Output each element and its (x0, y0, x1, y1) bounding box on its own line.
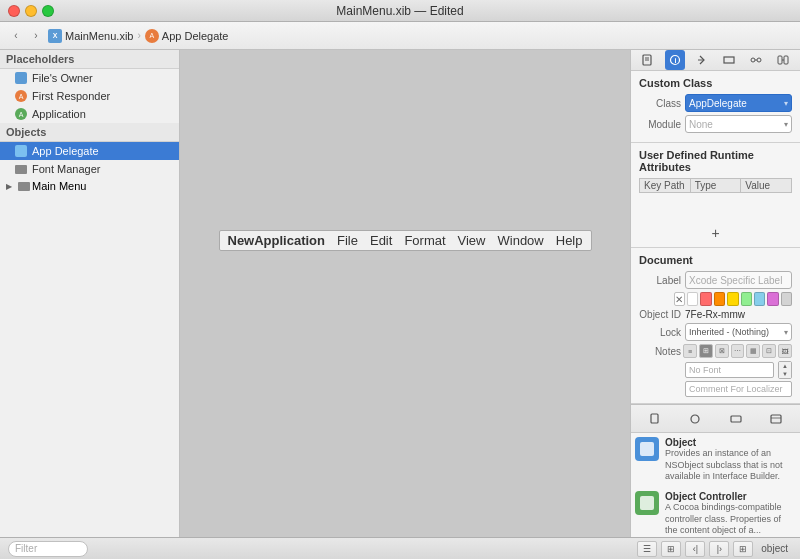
svg-rect-10 (778, 56, 782, 64)
color-swatch-gray[interactable] (781, 292, 792, 306)
lock-input[interactable]: Inherited - (Nothing) ▾ (685, 323, 792, 341)
stepper-down[interactable]: ▼ (779, 370, 791, 378)
files-owner-icon (14, 71, 28, 85)
first-responder-label: First Responder (32, 90, 110, 102)
inspector-tab-bindings[interactable] (773, 50, 793, 70)
inspector-tab-size[interactable] (719, 50, 739, 70)
filter-input[interactable]: Filter (8, 541, 88, 557)
main-menu-label: Main Menu (32, 180, 86, 192)
lib-tab-circle[interactable] (685, 409, 705, 429)
lib-tab-view[interactable] (766, 409, 786, 429)
app-delegate-label: App Delegate (32, 145, 99, 157)
svg-rect-15 (731, 416, 741, 422)
object-label: object (757, 543, 792, 554)
color-swatch-orange[interactable] (714, 292, 725, 306)
breadcrumb-separator: › (137, 30, 140, 41)
breadcrumb-delegate[interactable]: A App Delegate (145, 29, 229, 43)
lib-tab-doc[interactable] (645, 409, 665, 429)
placeholders-header: Placeholders (0, 50, 179, 69)
comment-input[interactable]: Comment For Localizer (685, 381, 792, 397)
menu-item-edit[interactable]: Edit (370, 233, 392, 248)
note-btn-5[interactable]: ▦ (746, 344, 760, 358)
menu-item-format[interactable]: Format (404, 233, 445, 248)
filter-placeholder: Filter (15, 543, 37, 554)
inspector-toolbar: i (631, 50, 800, 71)
note-btn-7[interactable]: 🖼 (778, 344, 792, 358)
color-swatch-green[interactable] (741, 292, 752, 306)
grid-view-button[interactable]: ⊞ (733, 541, 753, 557)
view-detail-button[interactable]: ⊞ (661, 541, 681, 557)
sidebar-item-application[interactable]: A Application (0, 105, 179, 123)
module-input[interactable]: None ▾ (685, 115, 792, 133)
object-inner-icon (640, 442, 654, 456)
menu-bar-icon (18, 182, 30, 191)
lib-item-controller[interactable]: Object Controller A Cocoa bindings-compa… (635, 491, 796, 537)
color-swatch-white[interactable] (687, 292, 698, 306)
inspector-tab-attributes[interactable] (692, 50, 712, 70)
sidebar-item-files-owner[interactable]: File's Owner (0, 69, 179, 87)
clear-color-button[interactable]: ✕ (674, 292, 685, 306)
maximize-button[interactable] (42, 5, 54, 17)
svg-point-8 (757, 58, 761, 62)
inspector-tab-identity[interactable]: i (665, 50, 685, 70)
inspector-tab-file[interactable] (638, 50, 658, 70)
controller-inner-icon (640, 496, 654, 510)
close-button[interactable] (8, 5, 20, 17)
color-swatch-red[interactable] (700, 292, 711, 306)
stepper-up[interactable]: ▲ (779, 362, 791, 370)
label-row: Label Xcode Specific Label (639, 271, 792, 289)
back-button[interactable]: ‹ (8, 28, 24, 44)
font-manager-label: Font Manager (32, 163, 100, 175)
color-swatch-yellow[interactable] (727, 292, 738, 306)
view-list-button[interactable]: ☰ (637, 541, 657, 557)
lock-row: Lock Inherited - (Nothing) ▾ (639, 323, 792, 341)
lib-title-controller: Object Controller (665, 491, 796, 502)
breadcrumb-xib[interactable]: X MainMenu.xib (48, 29, 133, 43)
note-btn-3[interactable]: ⊠ (715, 344, 729, 358)
lib-tab-controller[interactable] (726, 409, 746, 429)
document-title: Document (639, 254, 792, 266)
delegate-icon: A (145, 29, 159, 43)
forward-nav-button[interactable]: |› (709, 541, 729, 557)
sidebar-item-first-responder[interactable]: A First Responder (0, 87, 179, 105)
menu-bar-mockup: NewApplication File Edit Format View Win… (219, 230, 592, 251)
label-placeholder: Xcode Specific Label (689, 275, 782, 286)
color-swatch-purple[interactable] (767, 292, 778, 306)
sidebar-item-font-manager[interactable]: Font Manager (0, 160, 179, 178)
color-swatch-blue[interactable] (754, 292, 765, 306)
class-input[interactable]: AppDelegate ▾ (685, 94, 792, 112)
font-placeholder: No Font (689, 365, 721, 375)
menu-item-window[interactable]: Window (498, 233, 544, 248)
forward-button[interactable]: › (28, 28, 44, 44)
lib-icon-controller (635, 491, 659, 515)
custom-class-title: Custom Class (639, 77, 792, 89)
kp-col: Key Path (640, 179, 691, 192)
note-btn-6[interactable]: ⊡ (762, 344, 776, 358)
menu-item-view[interactable]: View (458, 233, 486, 248)
lib-text-object: Object Provides an instance of an NSObje… (665, 437, 796, 483)
label-input[interactable]: Xcode Specific Label (685, 271, 792, 289)
main-layout: Placeholders File's Owner A First Respon… (0, 50, 800, 537)
add-attribute-button[interactable]: + (639, 225, 792, 241)
comment-row: Comment For Localizer (639, 381, 792, 397)
svg-point-7 (751, 58, 755, 62)
sidebar-item-main-menu[interactable]: ▶ Main Menu (0, 178, 179, 194)
module-placeholder: None (689, 119, 713, 130)
class-row: Class AppDelegate ▾ (639, 94, 792, 112)
lib-item-object[interactable]: Object Provides an instance of an NSObje… (635, 437, 796, 483)
svg-rect-13 (651, 414, 658, 423)
sidebar-item-app-delegate[interactable]: App Delegate (0, 142, 179, 160)
lib-icon-object (635, 437, 659, 461)
note-btn-4[interactable]: ⋯ (731, 344, 745, 358)
font-stepper: ▲ ▼ (778, 361, 792, 379)
minimize-button[interactable] (25, 5, 37, 17)
font-input[interactable]: No Font (685, 362, 774, 378)
note-btn-1[interactable]: ≡ (683, 344, 697, 358)
note-btn-2[interactable]: ⊞ (699, 344, 713, 358)
menu-item-help[interactable]: Help (556, 233, 583, 248)
menu-item-file[interactable]: File (337, 233, 358, 248)
xib-label: MainMenu.xib (65, 30, 133, 42)
back-nav-button[interactable]: ‹| (685, 541, 705, 557)
inspector-tab-connections[interactable] (746, 50, 766, 70)
udra-title: User Defined Runtime Attributes (639, 149, 792, 173)
